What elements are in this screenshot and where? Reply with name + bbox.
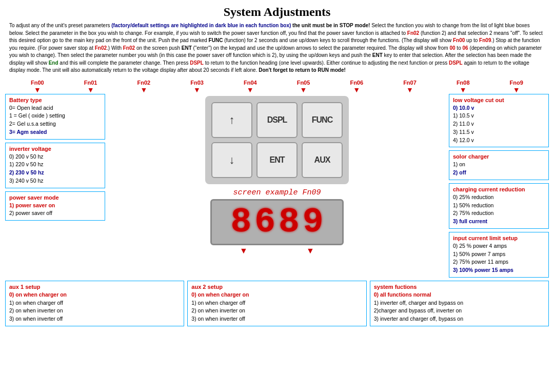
right-column: low voltage cut out 0) 10.0 v 1) 10.5 v … xyxy=(449,94,549,278)
inverter-line-2: 2) 230 v 50 hz xyxy=(9,169,101,177)
input-current-title: input current limit setup xyxy=(453,235,545,241)
inverter-voltage-title: inverter voltage xyxy=(9,146,101,152)
aux2-line-3: 3) on when inverter off xyxy=(191,315,362,323)
display-arrow-right: ▼ xyxy=(306,246,314,256)
charging-current-title: charging current reduction xyxy=(453,186,545,192)
low-voltage-line-2: 2) 11.0 v xyxy=(453,120,545,128)
inverter-line-0: 0) 200 v 50 hz xyxy=(9,153,101,161)
ent-key[interactable]: ENT xyxy=(256,142,298,178)
system-fn-line-3: 3) inverter and charger off, bypass on xyxy=(374,315,545,323)
aux2-line-2: 2) on when inverter on xyxy=(191,307,362,315)
down-arrow-key[interactable]: ↓ xyxy=(211,142,252,178)
input-current-line-3: 3) 100% power 15 amps xyxy=(453,266,545,275)
aux1-line-1: 1) on when charger off xyxy=(9,299,180,307)
fn-label-fn01: Fn01 ▼ xyxy=(84,80,97,94)
center-column: ↑ DSPL FUNC ↓ ENT AUX screen example Fn0… xyxy=(108,94,446,256)
aux1-line-0: 0) on when charger on xyxy=(9,291,180,299)
aux1-line-2: 2) on when inverter on xyxy=(9,307,180,315)
screen-label: screen example Fn09 xyxy=(233,188,321,197)
battery-type-title: Battery type xyxy=(9,97,101,103)
input-current-line-0: 0) 25 % power 4 amps xyxy=(453,242,545,250)
keypad: ↑ DSPL FUNC ↓ ENT AUX xyxy=(205,96,349,184)
low-voltage-line-1: 1) 10.5 v xyxy=(453,112,545,120)
fn-label-fn07: Fn07 ▼ xyxy=(403,80,417,94)
charging-current-line-1: 1) 50% reduction xyxy=(453,202,545,210)
charging-current-box: charging current reduction 0) 25% reduct… xyxy=(449,183,549,229)
system-fn-line-0: 0) all functions normal xyxy=(374,291,545,299)
fn-label-fn02: Fn02 ▼ xyxy=(137,80,150,94)
digit-1: 8 xyxy=(230,205,251,240)
solar-charger-box: solor charger 1) on 2) off xyxy=(449,150,549,180)
charging-current-line-2: 2) 75% reduction xyxy=(453,209,545,218)
low-voltage-line-0: 0) 10.0 v xyxy=(453,104,545,112)
low-voltage-line-3: 3) 11.5 v xyxy=(453,128,545,136)
solar-charger-title: solor charger xyxy=(453,153,545,160)
display-arrow-left: ▼ xyxy=(240,246,248,256)
aux2-title: aux 2 setup xyxy=(191,284,362,290)
system-fn-line-2: 2)charger and bypass off, inverter on xyxy=(374,307,545,315)
fn-label-fn04: Fn04 ▼ xyxy=(244,80,257,94)
left-column: Battery type 0= Open lead acid 1 = Gel (… xyxy=(5,94,105,221)
fn-label-fn05: Fn05 ▼ xyxy=(297,80,310,94)
system-fn-line-1: 1) inverter off, charger and bypass on xyxy=(374,299,545,307)
battery-line-0: 0= Open lead acid xyxy=(9,104,101,112)
fn-label-fn06: Fn06 ▼ xyxy=(350,80,363,94)
func-key[interactable]: FUNC xyxy=(302,102,343,138)
battery-line-3: 3= Agm sealed xyxy=(9,128,101,136)
intro-line1: To adjust any of the unit's preset param… xyxy=(9,23,111,28)
inverter-line-3: 3) 240 v 50 hz xyxy=(9,177,101,185)
digit-3: 8 xyxy=(279,205,300,240)
charging-current-line-0: 0) 25% reduction xyxy=(453,193,545,202)
battery-type-box: Battery type 0= Open lead acid 1 = Gel (… xyxy=(5,94,105,140)
low-voltage-title: low voltage cut out xyxy=(453,97,545,103)
input-current-line-1: 1) 50% power 7 amps xyxy=(453,250,545,259)
solar-charger-line-0: 1) on xyxy=(453,161,545,169)
input-current-line-2: 2) 75% power 11 amps xyxy=(453,258,545,266)
system-functions-title: system fuctions xyxy=(374,284,545,290)
input-current-box: input current limit setup 0) 25 % power … xyxy=(449,232,549,278)
display-screen: 8 6 8 9 xyxy=(210,199,344,245)
aux2-line-1: 1) on when charger off xyxy=(191,299,362,307)
power-saver-line-1: 2) power saver off xyxy=(9,209,101,218)
power-saver-box: power saver mode 1) power saver on 2) po… xyxy=(5,191,105,221)
system-functions-box: system fuctions 0) all functions normal … xyxy=(370,281,549,326)
aux1-title: aux 1 setup xyxy=(9,284,180,290)
fn-label-fn00: Fn00 ▼ xyxy=(31,80,44,94)
charging-current-line-3: 3) full current xyxy=(453,218,545,226)
battery-line-1: 1 = Gel ( oxide ) setting xyxy=(9,112,101,120)
aux2-line-0: 0) on when charger on xyxy=(191,291,362,299)
aux2-setup-box: aux 2 setup 0) on when charger on 1) on … xyxy=(187,281,366,326)
dspl-key[interactable]: DSPL xyxy=(256,102,298,138)
aux1-line-3: 3) on when inverter off xyxy=(9,315,180,323)
low-voltage-line-4: 4) 12.0 v xyxy=(453,136,545,145)
fn-label-fn09: Fno9 ▼ xyxy=(510,80,523,94)
battery-line-2: 2= Gel u.s.a setting xyxy=(9,120,101,128)
power-saver-title: power saver mode xyxy=(9,194,101,201)
fn-label-fn08: Fn08 ▼ xyxy=(457,80,470,94)
power-saver-line-0: 1) power saver on xyxy=(9,202,101,210)
main-layout: Battery type 0= Open lead acid 1 = Gel (… xyxy=(0,94,554,278)
up-arrow-key[interactable]: ↑ xyxy=(211,102,252,138)
inverter-line-1: 1) 220 v 50 hz xyxy=(9,161,101,169)
page-title: System Adjustments xyxy=(0,0,554,22)
digit-2: 6 xyxy=(254,205,275,240)
aux-key[interactable]: AUX xyxy=(302,142,343,178)
solar-charger-line-1: 2) off xyxy=(453,169,545,177)
intro-text: To adjust any of the unit's preset param… xyxy=(0,22,554,77)
inverter-voltage-box: inverter voltage 0) 200 v 50 hz 1) 220 v… xyxy=(5,143,105,188)
digit-4: 9 xyxy=(303,205,324,240)
fn-label-fn03: Fn03 ▼ xyxy=(190,80,204,94)
bottom-row: aux 1 setup 0) on when charger on 1) on … xyxy=(0,278,554,329)
aux1-setup-box: aux 1 setup 0) on when charger on 1) on … xyxy=(5,281,184,326)
low-voltage-box: low voltage cut out 0) 10.0 v 1) 10.5 v … xyxy=(449,94,549,148)
